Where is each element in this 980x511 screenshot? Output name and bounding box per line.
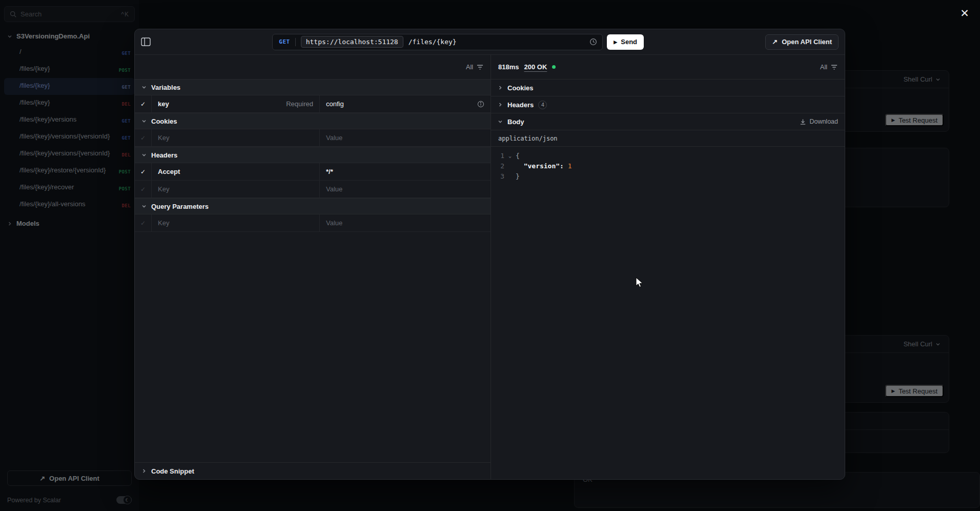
line-number: 1 (491, 152, 504, 160)
open-api-client-button-modal[interactable]: ↗ Open API Client (765, 34, 839, 50)
chevron-down-icon (141, 152, 147, 158)
value-placeholder-input[interactable]: Value (326, 219, 342, 227)
code-line: 1⌄{ (491, 150, 845, 161)
response-section-body[interactable]: Body Download (491, 113, 845, 130)
section-cookies[interactable]: Cookies (135, 113, 491, 129)
response-filter[interactable]: All (820, 64, 838, 71)
filter-icon (477, 64, 483, 70)
row-checkbox-checked[interactable]: ✓ (135, 163, 152, 180)
header-row-accept: ✓ Accept */* (135, 163, 491, 181)
row-checkbox-checked[interactable]: ✓ (135, 95, 152, 112)
chevron-down-icon (141, 85, 147, 90)
header-value[interactable]: */* (326, 168, 333, 175)
chevron-down-icon (141, 204, 147, 209)
request-path[interactable]: /files/{key} (409, 38, 457, 46)
key-placeholder-input[interactable]: Key (158, 185, 169, 193)
download-icon (800, 119, 806, 125)
variable-row: ✓ key Required config (135, 95, 491, 113)
key-placeholder-input[interactable]: Key (158, 219, 169, 227)
code-tokens: { (516, 152, 520, 160)
response-toolbar: 818ms 200 OK All (491, 55, 845, 79)
variable-key[interactable]: key (158, 100, 169, 108)
section-variables[interactable]: Variables (135, 79, 491, 95)
info-icon[interactable] (477, 101, 484, 108)
play-icon: ▶ (614, 40, 617, 45)
download-button[interactable]: Download (800, 118, 838, 125)
response-duration: 818ms (498, 63, 519, 71)
chevron-down-icon (498, 119, 503, 124)
code-tokens: "version": 1 (516, 162, 572, 170)
line-number: 2 (491, 162, 504, 170)
code-tokens: } (516, 172, 520, 180)
filter-all-label: All (820, 64, 827, 71)
section-code-snippet[interactable]: Code Snippet (135, 462, 491, 479)
request-panel: All Variables ✓ key Required (135, 55, 491, 479)
response-body-label: Body (507, 118, 524, 126)
chevron-right-icon (498, 102, 503, 107)
filter-icon (831, 64, 838, 70)
download-label: Download (809, 118, 838, 125)
cookies-label: Cookies (151, 117, 177, 125)
api-client-modal: GET https://localhost:51128 /files/{key}… (134, 29, 845, 480)
address-bar[interactable]: GET https://localhost:51128 /files/{key} (272, 34, 603, 50)
response-status[interactable]: 200 OK (524, 63, 547, 71)
fold-chevron-icon[interactable]: ⌄ (504, 153, 516, 159)
response-body-code[interactable]: 1⌄{2 "version": 13} (491, 147, 845, 185)
variable-value-input[interactable]: config (326, 100, 344, 108)
filter-all-label: All (466, 64, 473, 71)
cookie-row-empty: ✓ Key Value (135, 129, 491, 147)
base-url-chip[interactable]: https://localhost:51128 (301, 36, 403, 48)
query-parameters-label: Query Parameters (151, 203, 209, 210)
header-row-empty: ✓ Key Value (135, 181, 491, 198)
chevron-down-icon (141, 119, 147, 124)
request-toolbar: All (135, 55, 491, 79)
section-headers[interactable]: Headers (135, 147, 491, 163)
headers-label: Headers (151, 151, 177, 159)
chevron-right-icon (498, 85, 503, 90)
response-headers-label: Headers (507, 101, 534, 109)
header-key[interactable]: Accept (158, 168, 180, 175)
send-button[interactable]: ▶ Send (607, 34, 644, 50)
line-number: 3 (491, 172, 504, 180)
response-section-headers[interactable]: Headers 4 (491, 96, 845, 113)
response-cookies-label: Cookies (507, 84, 534, 92)
http-method-label: GET (279, 38, 295, 45)
sidebar-toggle-icon[interactable] (141, 37, 151, 46)
response-section-cookies[interactable]: Cookies (491, 79, 845, 96)
modal-body: All Variables ✓ key Required (135, 55, 845, 479)
content-type-label: application/json (491, 130, 845, 147)
query-param-row-empty: ✓ Key Value (135, 214, 491, 232)
history-icon[interactable] (589, 38, 597, 46)
response-panel: 818ms 200 OK All Cookies (491, 55, 845, 479)
code-line: 3} (491, 171, 845, 181)
headers-count-badge: 4 (538, 101, 547, 109)
row-checkbox-unchecked[interactable]: ✓ (135, 129, 152, 146)
section-query-parameters[interactable]: Query Parameters (135, 198, 491, 214)
value-placeholder-input[interactable]: Value (326, 185, 342, 193)
external-link-icon: ↗ (772, 38, 778, 46)
required-label: Required (286, 100, 313, 108)
status-dot-icon (552, 65, 556, 69)
close-icon[interactable]: ✕ (957, 6, 972, 21)
send-label: Send (621, 38, 637, 46)
value-placeholder-input[interactable]: Value (326, 134, 342, 142)
key-placeholder-input[interactable]: Key (158, 134, 169, 142)
code-line: 2 "version": 1 (491, 161, 845, 171)
code-snippet-label: Code Snippet (151, 467, 194, 475)
modal-header: GET https://localhost:51128 /files/{key}… (135, 29, 845, 55)
variables-label: Variables (151, 84, 180, 91)
open-api-client-label: Open API Client (782, 38, 832, 46)
row-checkbox-unchecked[interactable]: ✓ (135, 181, 152, 198)
chevron-right-icon (141, 468, 147, 474)
row-checkbox-unchecked[interactable]: ✓ (135, 214, 152, 231)
address-bar-wrap: GET https://localhost:51128 /files/{key}… (156, 34, 760, 50)
request-panel-empty-space (135, 232, 491, 462)
address-separator (295, 38, 296, 46)
request-filter[interactable]: All (466, 64, 483, 71)
